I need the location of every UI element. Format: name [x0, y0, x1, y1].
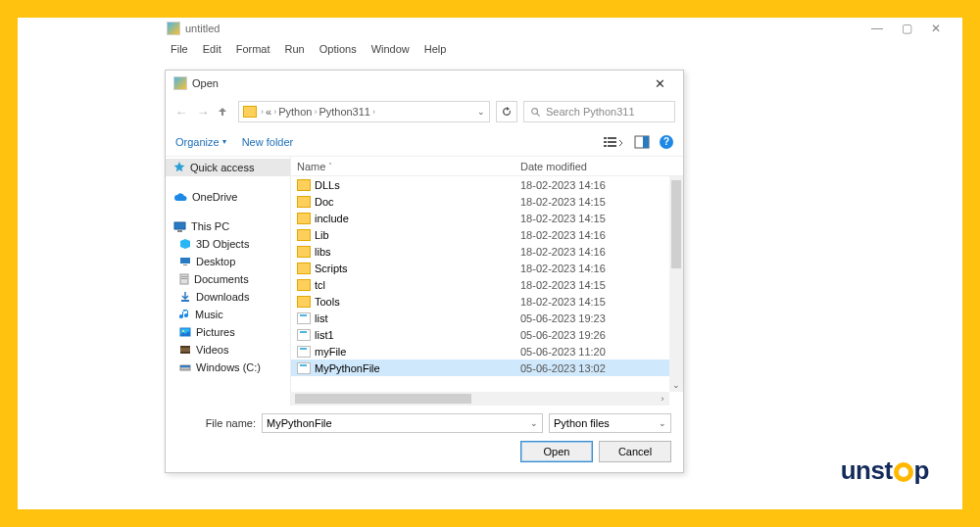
- sidebar-item-quick-access[interactable]: Quick access: [166, 159, 290, 176]
- vertical-scrollbar[interactable]: ⌄: [669, 176, 683, 392]
- file-name: Tools: [315, 296, 520, 308]
- sidebar-item-label: This PC: [191, 220, 229, 232]
- sidebar-item-documents[interactable]: Documents: [166, 270, 290, 288]
- idle-icon: [167, 22, 180, 35]
- dialog-close-button[interactable]: ✕: [644, 76, 675, 91]
- menubar: File Edit Format Run Options Window Help: [18, 39, 962, 59]
- svg-line-1: [537, 113, 540, 116]
- list-item[interactable]: include18-02-2023 14:15: [291, 210, 683, 226]
- list-item[interactable]: list05-06-2023 19:23: [291, 310, 683, 326]
- list-item[interactable]: DLLs18-02-2023 14:16: [291, 176, 683, 193]
- svg-rect-12: [180, 258, 190, 264]
- scroll-thumb[interactable]: [671, 180, 681, 268]
- nav-back-button[interactable]: ←: [173, 105, 189, 120]
- list-item[interactable]: Scripts18-02-2023 14:16: [291, 260, 683, 276]
- list-item[interactable]: myFile05-06-2023 11:20: [291, 343, 683, 359]
- cancel-button[interactable]: Cancel: [599, 441, 671, 462]
- star-icon: [173, 162, 185, 173]
- open-button[interactable]: Open: [520, 441, 593, 462]
- view-mode-button[interactable]: [603, 135, 624, 149]
- menu-help[interactable]: Help: [418, 41, 453, 57]
- svg-rect-2: [604, 137, 607, 139]
- breadcrumb[interactable]: › « › Python › Python311 › ⌄: [238, 101, 490, 122]
- menu-format[interactable]: Format: [230, 41, 276, 57]
- minimize-button[interactable]: —: [862, 22, 892, 35]
- sidebar-item-windows-c[interactable]: Windows (C:): [166, 359, 290, 376]
- svg-rect-17: [181, 300, 189, 302]
- list-item[interactable]: MyPythonFile05-06-2023 13:02: [291, 359, 683, 376]
- svg-point-0: [532, 108, 538, 114]
- scroll-right-button[interactable]: ›: [656, 392, 669, 406]
- list-item[interactable]: list105-06-2023 19:26: [291, 326, 683, 343]
- close-button[interactable]: ✕: [921, 22, 951, 35]
- filename-input[interactable]: MyPythonFile ⌄: [262, 413, 543, 433]
- scroll-thumb[interactable]: [295, 394, 471, 404]
- sidebar-item-this-pc[interactable]: This PC: [166, 217, 290, 235]
- file-date: 18-02-2023 14:16: [520, 246, 606, 258]
- list-item[interactable]: libs18-02-2023 14:16: [291, 243, 683, 260]
- file-name: MyPythonFile: [315, 362, 520, 374]
- sidebar-item-pictures[interactable]: Pictures: [166, 323, 290, 341]
- folder-icon: [297, 279, 311, 291]
- chevron-right-icon: ›: [261, 107, 264, 117]
- file-name: Lib: [315, 229, 520, 241]
- list-item[interactable]: Doc18-02-2023 14:15: [291, 193, 683, 210]
- sidebar-item-onedrive[interactable]: OneDrive: [166, 188, 290, 206]
- breadcrumb-seg[interactable]: Python: [278, 106, 312, 118]
- search-input[interactable]: Search Python311: [523, 101, 675, 122]
- col-date[interactable]: Date modified: [520, 161, 683, 172]
- list-item[interactable]: Tools18-02-2023 14:15: [291, 293, 683, 310]
- cloud-icon: [173, 192, 187, 202]
- file-date: 18-02-2023 14:15: [520, 196, 606, 208]
- svg-rect-15: [181, 276, 187, 277]
- music-icon: [179, 309, 190, 320]
- file-name: Doc: [315, 196, 520, 208]
- file-list: Name˄ Date modified DLLs18-02-2023 14:16…: [291, 157, 683, 406]
- organize-button[interactable]: Organize▾: [175, 136, 226, 148]
- pc-icon: [173, 221, 186, 232]
- video-icon: [179, 345, 191, 355]
- maximize-button[interactable]: ▢: [892, 22, 921, 35]
- col-name[interactable]: Name˄: [297, 161, 520, 172]
- help-button[interactable]: ?: [660, 135, 673, 149]
- nav-forward-button[interactable]: →: [195, 105, 211, 120]
- sidebar-item-label: Windows (C:): [196, 361, 261, 373]
- refresh-button[interactable]: [496, 101, 517, 122]
- brand-logo: unstp: [841, 455, 929, 486]
- file-icon: [297, 346, 311, 358]
- menu-options[interactable]: Options: [314, 41, 363, 57]
- horizontal-scrollbar[interactable]: ›: [291, 392, 669, 406]
- sidebar-item-music[interactable]: Music: [166, 306, 290, 323]
- folder-icon: [297, 263, 311, 274]
- sidebar-item-videos[interactable]: Videos: [166, 341, 290, 359]
- file-date: 18-02-2023 14:16: [520, 179, 606, 191]
- nav-up-button[interactable]: [217, 106, 232, 118]
- folder-icon: [297, 229, 311, 241]
- desktop-icon: [179, 257, 191, 266]
- file-name: list: [315, 312, 520, 324]
- dialog-title: Open: [192, 77, 219, 89]
- list-item[interactable]: tcl18-02-2023 14:15: [291, 276, 683, 293]
- new-folder-button[interactable]: New folder: [242, 136, 294, 148]
- file-name: tcl: [315, 279, 520, 291]
- menu-edit[interactable]: Edit: [197, 41, 227, 57]
- menu-window[interactable]: Window: [366, 41, 416, 57]
- file-icon: [297, 329, 311, 341]
- breadcrumb-seg[interactable]: Python311: [318, 106, 370, 118]
- list-item[interactable]: Lib18-02-2023 14:16: [291, 226, 683, 243]
- scroll-down-button[interactable]: ⌄: [669, 378, 683, 392]
- sidebar-item-downloads[interactable]: Downloads: [166, 288, 290, 306]
- sidebar-item-desktop[interactable]: Desktop: [166, 253, 290, 270]
- sidebar-item-3d-objects[interactable]: 3D Objects: [166, 235, 290, 253]
- sort-asc-icon: ˄: [328, 162, 332, 170]
- file-name: myFile: [315, 346, 520, 358]
- menu-run[interactable]: Run: [279, 41, 311, 57]
- chevron-down-icon[interactable]: ⌄: [659, 418, 666, 428]
- preview-pane-button[interactable]: [634, 135, 650, 149]
- file-type-filter[interactable]: Python files ⌄: [549, 413, 671, 433]
- search-placeholder: Search Python311: [546, 106, 635, 118]
- chevron-down-icon[interactable]: ⌄: [477, 107, 485, 117]
- menu-file[interactable]: File: [165, 41, 194, 57]
- chevron-down-icon[interactable]: ⌄: [530, 418, 538, 428]
- file-date: 05-06-2023 19:23: [520, 312, 606, 324]
